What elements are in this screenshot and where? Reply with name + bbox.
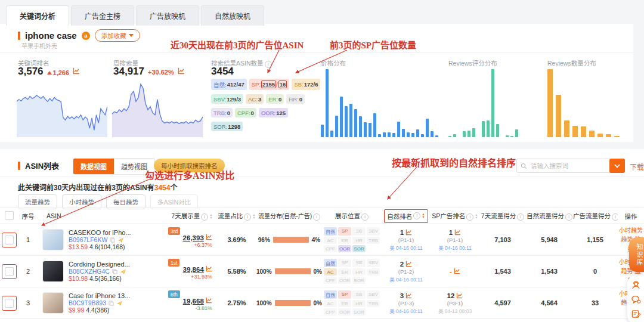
impressions-value[interactable]: 19,668 [183,298,204,305]
trend-chart-icon[interactable] [73,67,80,75]
natural-rank-date: 美 04-16 00:11 [382,275,430,283]
tab-ad-sponsors[interactable]: 广告金主榜 [71,5,134,26]
asin-link[interactable]: B0967LF6KW [69,236,107,243]
product-title[interactable]: Case for iPhone 13... [69,292,158,299]
reviews-distribution-chart [547,69,623,137]
col-split: 流量分布(自然-广告) [256,208,322,224]
position-tag: HR [352,300,366,307]
chat-icon[interactable] [631,295,641,305]
add-favorite-button[interactable]: 添加收藏 [95,29,140,42]
sp-rank-date: 美 04-12 08:03 [431,307,479,314]
product-image[interactable] [42,229,64,250]
trend-chart-icon[interactable] [405,229,412,236]
trend-chart-icon[interactable] [178,67,185,75]
info-icon[interactable] [244,213,251,221]
impressions-value[interactable]: 26,393 [183,234,204,242]
sort-icon[interactable] [252,213,255,219]
trend-chart-icon[interactable] [206,297,212,304]
asin-link[interactable]: B0C9T9B893 [69,299,106,306]
trend-chart-icon[interactable] [456,292,463,299]
copy-icon[interactable] [109,301,114,306]
hour-trend-link[interactable]: 小时趋势 [618,226,643,236]
row-index: 4 [18,319,38,322]
col-natural-score: 自然流量得分 [526,208,572,224]
natural-rank-page: (P1-3) [382,300,430,306]
col-natural-rank[interactable]: 自然排名 [382,208,431,224]
col-sp-rank[interactable]: SP广告排名 [431,208,479,224]
info-icon[interactable] [265,61,272,68]
natural-rank-page: (P1-1) [382,237,430,243]
col-no: 序号 [18,208,38,224]
copy-icon[interactable] [112,269,117,274]
knowledge-base-button[interactable]: 知识库 [629,237,644,272]
rocket-icon[interactable] [120,268,126,275]
accent-bar [18,162,20,170]
arrow-up-icon [47,71,52,75]
position-tags: 自然SPSBSBVACERHRTRBCPFOORSOR [323,227,381,252]
rocket-icon[interactable] [116,300,123,306]
traffic-share: 2.75% [217,287,256,319]
select-all-checkbox[interactable] [5,211,14,220]
customer-service-icon[interactable] [631,280,641,290]
product-title[interactable]: Cordking Designed... [69,261,158,268]
row-checkbox[interactable] [5,236,14,244]
rocket-icon[interactable] [117,237,124,243]
tab-keyword-analysis[interactable]: 关键词分析 [6,5,69,26]
row-index: 3 [18,287,38,319]
tab-ad-projector[interactable]: 广告放映机 [136,5,199,26]
info-icon[interactable] [565,213,572,221]
search-input[interactable] [530,162,597,170]
traffic-share [217,319,256,322]
info-icon[interactable] [313,213,320,221]
info-icon[interactable] [201,213,208,221]
position-tag: SBV [367,227,380,236]
col-impressions[interactable]: 7天展示量 [167,208,217,224]
tab-data-view[interactable]: 数据视图 [73,159,114,174]
product-image[interactable] [42,292,64,314]
sort-icon[interactable] [422,213,425,219]
impressions-change: +6.37% [168,242,212,248]
natural-rank: 2 [400,261,404,268]
info-icon[interactable] [361,213,369,221]
top-tab-bar: 关键词分析 广告金主榜 广告放映机 自然放映机 [6,5,264,26]
impressions-value[interactable]: 39,864 [183,266,204,273]
info-icon[interactable] [413,212,420,219]
copy-icon[interactable] [110,237,115,243]
col-share[interactable]: 流量占比 [217,208,256,224]
score-natural: 4,564 [526,287,572,319]
position-tag: 自然 [324,227,337,236]
table-header-row: 序号 ASIN 7天展示量 流量占比 流量分布(自然-广告) 展示位置 自然排名… [0,208,644,224]
row-checkbox[interactable] [5,299,14,308]
info-icon[interactable] [466,213,473,221]
info-icon[interactable] [517,213,524,221]
keyword-analysis-page: 关键词分析 广告金主榜 广告放映机 自然放映机 iphone case a 添加… [0,0,644,322]
sort-icon[interactable] [209,213,212,219]
product-title[interactable]: CASEKOO for iPho... [69,229,158,236]
rating-distribution-chart [448,69,520,137]
trend-chart-icon[interactable] [454,229,461,236]
expand-search-button[interactable] [609,159,625,173]
score-ad: 33 [572,287,618,319]
position-tag: SB [352,259,366,267]
info-icon[interactable] [612,213,618,221]
position-tag: HR [352,237,366,244]
trend-chart-icon[interactable] [454,268,460,274]
sort-icon[interactable] [475,213,478,219]
row-checkbox[interactable] [5,267,14,276]
traffic-share: 3.69% [217,224,256,256]
product-image[interactable] [42,261,64,282]
position-tag: OOR [338,308,351,315]
trend-chart-icon[interactable] [206,265,212,272]
asin-link[interactable]: B08CXZHG4C [69,268,110,275]
search-icon [521,163,527,169]
feedback-form-icon[interactable] [631,309,641,319]
sp-rank-page: (P1-1) [431,237,479,243]
trend-chart-icon[interactable] [206,234,212,240]
trend-chart-icon[interactable] [405,292,412,299]
download-button[interactable]: 下载 [630,162,644,172]
natural-rank-page: (P1-2) [382,268,430,275]
trend-chart-icon[interactable] [405,261,412,267]
tab-organic-projector[interactable]: 自然放映机 [201,5,264,26]
keyword-badge-icon[interactable]: a [82,32,90,40]
asin-type-tag: TRB:0 [211,108,233,117]
